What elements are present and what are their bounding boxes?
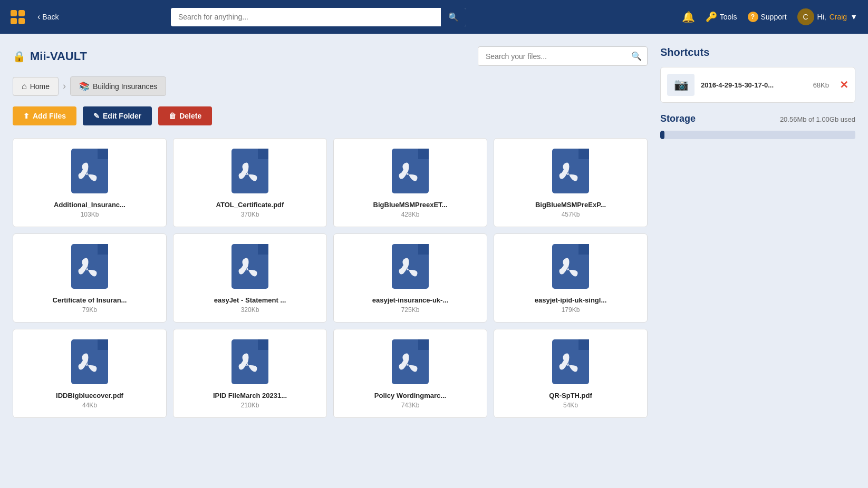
- file-name: easyjet-ipid-uk-singl...: [535, 296, 607, 304]
- storage-bar-background: [660, 131, 855, 139]
- pdf-icon-wrap: [389, 338, 431, 385]
- breadcrumb-home[interactable]: ⌂ Home: [13, 77, 59, 96]
- file-card[interactable]: BigBlueMSMPreExP... 457Kb: [494, 138, 648, 227]
- delete-label: Delete: [179, 112, 201, 120]
- file-card[interactable]: BigBlueMSMPreexET... 428Kb: [333, 138, 487, 227]
- file-size: 54Kb: [563, 402, 578, 409]
- file-size: 103Kb: [81, 211, 99, 218]
- tools-label: Tools: [720, 13, 737, 21]
- shortcut-close-button[interactable]: ✕: [840, 79, 848, 91]
- file-name: BigBlueMSMPreExP...: [535, 201, 606, 209]
- file-card[interactable]: easyjet-insurance-uk-... 725Kb: [333, 233, 487, 323]
- file-size: 320Kb: [241, 306, 259, 314]
- shortcut-name: 2016-4-29-15-30-17-0...: [701, 81, 807, 89]
- pdf-icon-wrap: [69, 338, 111, 385]
- breadcrumb: ⌂ Home › 📚 Building Insurances: [13, 76, 648, 96]
- pdf-icon-wrap: [229, 338, 271, 385]
- page-header: 🔒 Mii-VAULT 🔍: [13, 46, 648, 66]
- file-name: easyJet - Statement ...: [214, 296, 286, 304]
- page-title-wrap: 🔒 Mii-VAULT: [13, 50, 87, 63]
- file-name: Policy Wordingmarc...: [374, 392, 446, 399]
- delete-button[interactable]: 🗑 Delete: [158, 106, 212, 125]
- pdf-icon-wrap: [549, 147, 592, 194]
- file-card[interactable]: IPID FileMarch 20231... 210Kb: [173, 329, 327, 418]
- file-search: 🔍: [478, 46, 648, 66]
- add-files-button[interactable]: ⬆ Add Files: [13, 106, 76, 125]
- nav-logo: [11, 10, 25, 24]
- file-name: Additional_Insuranc...: [54, 201, 126, 209]
- page-title: Mii-VAULT: [30, 50, 87, 63]
- storage-title: Storage: [660, 113, 696, 124]
- main-content: 🔒 Mii-VAULT 🔍 ⌂ Home › 📚 Building Insura…: [0, 34, 868, 431]
- svg-rect-17: [258, 244, 268, 255]
- global-search: 🔍: [171, 8, 466, 26]
- pdf-icon-wrap: [389, 147, 431, 194]
- file-card[interactable]: IDDBigbluecover.pdf 44Kb: [13, 329, 167, 418]
- edit-folder-button[interactable]: ✎ Edit Folder: [83, 106, 152, 125]
- file-size: 79Kb: [82, 306, 97, 314]
- svg-rect-26: [98, 339, 108, 350]
- file-size: 179Kb: [562, 306, 580, 314]
- lock-icon: 🔒: [13, 50, 26, 63]
- back-button[interactable]: ‹ Back: [37, 12, 59, 22]
- nav-right: 🔔 🔑 Tools ? Support C Hi, Craig ▼: [682, 8, 857, 25]
- trash-icon: 🗑: [169, 112, 176, 120]
- file-card[interactable]: ATOL_Certificate.pdf 370Kb: [173, 138, 327, 227]
- pdf-icon: [232, 244, 268, 289]
- global-search-button[interactable]: 🔍: [441, 8, 466, 26]
- file-name: IDDBigbluecover.pdf: [56, 392, 123, 399]
- breadcrumb-current-label: Building Insurances: [93, 82, 157, 91]
- file-search-button[interactable]: 🔍: [626, 47, 647, 65]
- file-card[interactable]: Additional_Insuranc... 103Kb: [13, 138, 167, 227]
- user-initial: C: [803, 13, 808, 21]
- file-search-input[interactable]: [478, 48, 626, 65]
- pdf-icon: [392, 149, 429, 193]
- shortcut-card[interactable]: 📷 2016-4-29-15-30-17-0... 68Kb ✕: [660, 67, 855, 103]
- pdf-icon-wrap: [549, 242, 592, 290]
- user-greeting: Hi,: [817, 13, 826, 21]
- top-nav: ‹ Back 🔍 🔔 🔑 Tools ? Support C Hi, Craig…: [0, 0, 868, 34]
- home-icon: ⌂: [22, 82, 27, 91]
- user-dropdown-icon: ▼: [850, 13, 857, 21]
- right-panel: Shortcuts 📷 2016-4-29-15-30-17-0... 68Kb…: [660, 46, 855, 418]
- pdf-icon: [71, 149, 108, 193]
- support-menu[interactable]: ? Support: [748, 12, 787, 22]
- file-card[interactable]: Certificate of Insuran... 79Kb: [13, 233, 167, 323]
- action-buttons: ⬆ Add Files ✎ Edit Folder 🗑 Delete: [13, 106, 648, 125]
- svg-rect-2: [98, 149, 108, 159]
- svg-rect-35: [578, 339, 589, 350]
- file-card[interactable]: easyJet - Statement ... 320Kb: [173, 233, 327, 323]
- breadcrumb-home-label: Home: [30, 82, 50, 91]
- pdf-icon: [392, 339, 429, 384]
- left-panel: 🔒 Mii-VAULT 🔍 ⌂ Home › 📚 Building Insura…: [13, 46, 648, 418]
- pdf-icon-wrap: [549, 338, 592, 385]
- shortcuts-title: Shortcuts: [660, 46, 855, 58]
- storage-info: 20.56Mb of 1.00Gb used: [780, 115, 855, 123]
- file-size: 210Kb: [241, 402, 259, 409]
- file-card[interactable]: Policy Wordingmarc... 743Kb: [333, 329, 487, 418]
- tools-menu[interactable]: 🔑 Tools: [706, 11, 737, 23]
- global-search-input[interactable]: [171, 8, 441, 25]
- upload-icon: ⬆: [23, 112, 30, 120]
- file-name: easyjet-insurance-uk-...: [372, 296, 449, 304]
- add-files-label: Add Files: [33, 112, 66, 120]
- pdf-icon-wrap: [229, 147, 271, 194]
- file-card[interactable]: easyjet-ipid-uk-singl... 179Kb: [494, 233, 648, 323]
- user-menu[interactable]: C Hi, Craig ▼: [797, 8, 857, 25]
- svg-rect-11: [578, 149, 589, 159]
- svg-rect-32: [418, 339, 429, 350]
- support-icon: ?: [748, 12, 758, 22]
- pdf-icon-wrap: [229, 242, 271, 290]
- svg-rect-8: [418, 149, 429, 159]
- breadcrumb-separator: ›: [63, 81, 66, 92]
- tools-icon: 🔑: [706, 11, 717, 23]
- shortcut-size: 68Kb: [813, 81, 829, 89]
- file-size: 370Kb: [241, 211, 259, 218]
- shortcut-thumbnail: 📷: [667, 74, 695, 96]
- bell-icon[interactable]: 🔔: [682, 11, 695, 23]
- file-card[interactable]: QR-SpTH.pdf 54Kb: [494, 329, 648, 418]
- breadcrumb-current[interactable]: 📚 Building Insurances: [70, 76, 166, 96]
- pdf-icon: [392, 244, 429, 289]
- pdf-icon-wrap: [389, 242, 431, 290]
- storage-section: Storage 20.56Mb of 1.00Gb used: [660, 113, 855, 139]
